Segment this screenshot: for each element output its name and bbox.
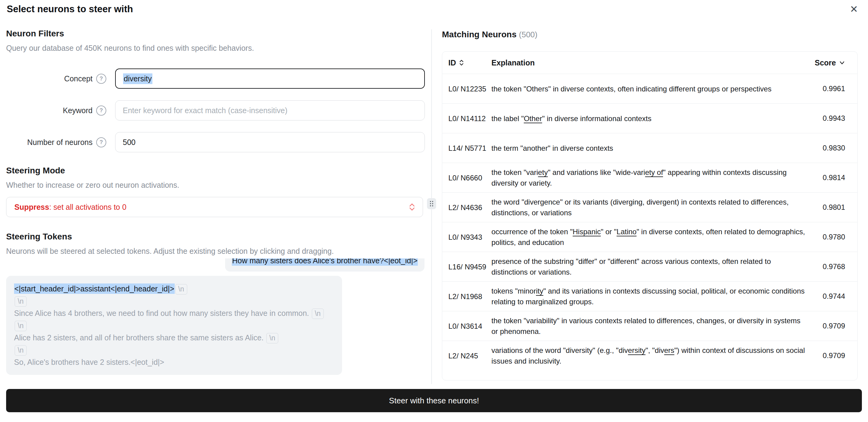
- steering-mode-heading: Steering Mode: [6, 165, 425, 176]
- token-text[interactable]: Alice has 2 sisters, and all of her brot…: [14, 333, 266, 342]
- keyword-row: Keyword ?: [6, 100, 425, 120]
- token-line: Alice has 2 sisters, and all of her brot…: [14, 332, 334, 344]
- neuron-explanation: the token "variety" and variations like …: [491, 167, 805, 188]
- matching-neurons-heading: Matching Neurons: [442, 30, 517, 39]
- neuron-id: L16/ N9459: [448, 261, 488, 272]
- neuron-id: L2/ N245: [448, 350, 488, 361]
- matching-neurons-count: (500): [519, 30, 537, 39]
- newline-token-chip[interactable]: \n: [266, 333, 278, 343]
- steering-tokens-area[interactable]: How many sisters does Alice's brother ha…: [6, 258, 425, 388]
- neuron-id: L0/ N3614: [448, 321, 488, 332]
- grip-dots-icon: [429, 201, 434, 207]
- assistant-message-bubble[interactable]: <|start_header_id|>assistant<|end_header…: [6, 276, 342, 375]
- neuron-explanation: the token "Others" in diverse contexts, …: [491, 83, 805, 94]
- token-line: So, Alice's brothers have 2 sisters.<|eo…: [14, 356, 334, 368]
- neuron-id: L0/ N14112: [448, 113, 488, 124]
- chevron-down-icon: [839, 60, 845, 66]
- number-of-neurons-input[interactable]: [115, 132, 425, 152]
- panel-resize-handle[interactable]: [427, 198, 436, 209]
- table-row[interactable]: L0/ N14112 the label "Other" in diverse …: [442, 103, 857, 133]
- neurons-table-header: ID Explanation Score: [442, 52, 857, 74]
- number-of-neurons-row: Number of neurons ?: [6, 132, 425, 152]
- neuron-filters-panel: Neuron Filters Query our database of 450…: [6, 28, 425, 388]
- filter-form: Concept ? diversity Keyword ? Number of …: [6, 68, 425, 152]
- neuron-score: 0.9814: [808, 173, 845, 182]
- newline-token-chip[interactable]: \n: [175, 284, 187, 294]
- neuron-score: 0.9709: [808, 322, 845, 330]
- table-row[interactable]: L0/ N12235 the token "Others" in diverse…: [442, 74, 857, 103]
- neuron-id: L0/ N9343: [448, 232, 488, 243]
- select-up-down-icon: [409, 203, 415, 211]
- steering-mode-subtitle: Whether to increase or zero out neuron a…: [6, 180, 425, 190]
- steer-submit-button[interactable]: Steer with these neurons!: [6, 389, 862, 412]
- table-row[interactable]: L0/ N3614 the token "variability" in var…: [442, 311, 857, 341]
- steering-mode-select[interactable]: Suppress: set all activations to 0: [6, 197, 423, 217]
- concept-row: Concept ? diversity: [6, 68, 425, 89]
- neuron-score: 0.9830: [808, 144, 845, 152]
- concept-value-selected: diversity: [123, 74, 152, 84]
- table-row[interactable]: L2/ N4636 the word "divergence" or its v…: [442, 192, 857, 222]
- token-line: \n: [14, 344, 334, 356]
- neuron-score: 0.9744: [808, 292, 845, 301]
- token-text[interactable]: So, Alice's brothers have 2 sisters.<|eo…: [14, 358, 164, 366]
- neuron-explanation: presence of the substring "differ" or "d…: [491, 256, 805, 277]
- help-icon[interactable]: ?: [96, 137, 106, 147]
- neuron-explanation: tokens "minority" and its variations in …: [491, 286, 805, 307]
- token-line: Since Alice has 4 brothers, we need to f…: [14, 307, 334, 319]
- neuron-filters-subtitle: Query our database of 450K neurons to fi…: [6, 43, 425, 53]
- token-line: <|start_header_id|>assistant<|end_header…: [14, 283, 334, 295]
- newline-token-chip[interactable]: \n: [312, 309, 324, 319]
- neuron-id: L14/ N5771: [448, 143, 488, 153]
- neuron-filters-heading: Neuron Filters: [6, 28, 425, 39]
- neuron-score: 0.9801: [808, 203, 845, 212]
- neuron-explanation: the word "divergence" or its variants (d…: [491, 197, 805, 218]
- steering-tokens-subtitle: Neurons will be steered at selected toke…: [6, 246, 425, 256]
- matching-neurons-panel: Matching Neurons (500) ID Explanation Sc…: [442, 29, 862, 381]
- neuron-explanation: the term "another" in diverse contexts: [491, 143, 805, 153]
- neuron-score: 0.9961: [808, 84, 845, 93]
- sort-up-down-icon: [459, 59, 464, 66]
- token-line: \n: [14, 295, 334, 307]
- concept-input[interactable]: diversity: [115, 68, 425, 89]
- keyword-label: Keyword: [6, 106, 93, 115]
- newline-token-chip[interactable]: \n: [15, 345, 27, 356]
- neuron-score: 0.9943: [808, 114, 845, 123]
- table-row[interactable]: L0/ N9343 occurrence of the token "Hispa…: [442, 222, 857, 252]
- column-header-explanation[interactable]: Explanation: [491, 58, 805, 67]
- table-row[interactable]: L16/ N9459 presence of the substring "di…: [442, 252, 857, 281]
- help-icon[interactable]: ?: [96, 106, 106, 116]
- selected-token-span[interactable]: How many sisters does Alice's brother ha…: [232, 258, 418, 266]
- number-of-neurons-label: Number of neurons: [6, 138, 93, 147]
- help-icon[interactable]: ?: [96, 74, 106, 84]
- table-row[interactable]: L14/ N5771 the term "another" in diverse…: [442, 133, 857, 163]
- column-header-id[interactable]: ID: [448, 58, 488, 67]
- neuron-id: L2/ N4636: [448, 202, 488, 213]
- steering-tokens-heading: Steering Tokens: [6, 231, 425, 242]
- token-line: How many sisters does Alice's brother ha…: [232, 258, 418, 266]
- page-title: Select neurons to steer with: [7, 4, 133, 15]
- neuron-explanation: the label "Other" in diverse information…: [491, 113, 805, 124]
- neurons-table: ID Explanation Score L0/ N12235: [442, 51, 858, 381]
- neuron-explanation: the token "variability" in various conte…: [491, 315, 805, 337]
- neuron-score: 0.9709: [808, 351, 845, 360]
- steering-mode-option-name: Suppress: [14, 203, 49, 211]
- token-text[interactable]: Since Alice has 4 brothers, we need to f…: [14, 309, 311, 317]
- neuron-score: 0.9768: [808, 262, 845, 271]
- neuron-id: L0/ N6660: [448, 172, 488, 183]
- close-icon[interactable]: ✕: [848, 3, 860, 15]
- table-row[interactable]: L0/ N6660 the token "variety" and variat…: [442, 163, 857, 192]
- neuron-explanation: occurrence of the token "Hispanic" or "L…: [491, 226, 805, 248]
- newline-token-chip[interactable]: \n: [15, 296, 27, 307]
- column-header-score[interactable]: Score: [808, 58, 845, 67]
- keyword-input[interactable]: [115, 100, 425, 120]
- newline-token-chip[interactable]: \n: [15, 321, 27, 331]
- table-row[interactable]: L2/ N245 variations of the word "diversi…: [442, 341, 857, 370]
- steering-mode-option-desc: : set all activations to 0: [49, 203, 126, 211]
- table-row[interactable]: L2/ N1968 tokens "minority" and its vari…: [442, 281, 857, 311]
- neuron-id: L2/ N1968: [448, 291, 488, 302]
- neuron-id: L0/ N12235: [448, 83, 488, 94]
- selected-token-span[interactable]: <|start_header_id|>assistant<|end_header…: [14, 283, 175, 294]
- select-neurons-modal: Select neurons to steer with ✕ Neuron Fi…: [0, 0, 868, 422]
- neuron-score: 0.9780: [808, 233, 845, 241]
- user-message-bubble[interactable]: How many sisters does Alice's brother ha…: [225, 258, 425, 272]
